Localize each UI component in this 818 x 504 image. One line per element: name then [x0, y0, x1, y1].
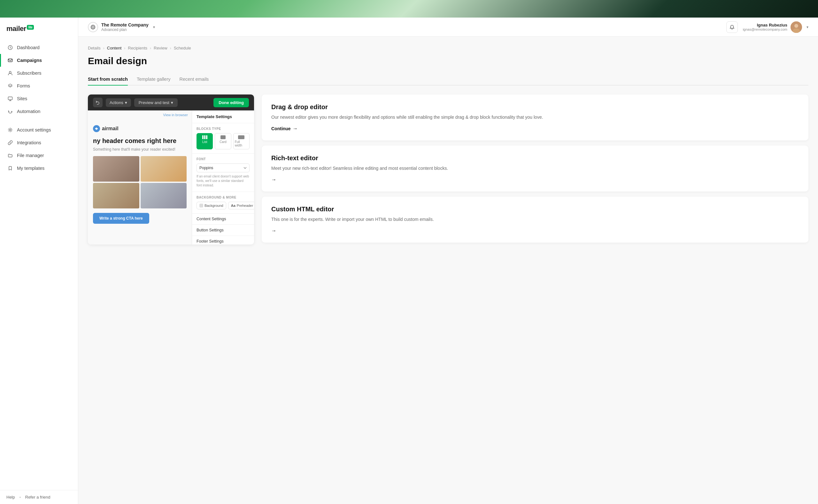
sidebar-item-automation[interactable]: Automation [0, 105, 78, 118]
full-width-block-icon [238, 135, 245, 139]
notification-button[interactable] [726, 21, 738, 33]
help-link[interactable]: Help [6, 495, 15, 500]
aa-label: Aa [231, 204, 236, 207]
clock-icon [7, 45, 13, 50]
actions-chevron-icon: ▾ [125, 100, 127, 105]
breadcrumb-recipients[interactable]: Recipients [128, 46, 147, 50]
breadcrumb-sep-3: › [150, 46, 151, 50]
refresh-icon [7, 109, 13, 114]
page-title: Email design [88, 56, 808, 66]
sidebar-item-sites[interactable]: Sites [0, 92, 78, 105]
logo[interactable]: mailerlite [0, 18, 78, 39]
user-text: Ignas Rubezius ignas@remotecompany.com [743, 23, 787, 31]
user-menu[interactable]: Ignas Rubezius ignas@remotecompany.com ▾ [743, 21, 808, 33]
sidebar-item-forms[interactable]: Forms [0, 79, 78, 92]
sidebar-item-account-settings[interactable]: Account settings [0, 124, 78, 136]
breadcrumb-schedule[interactable]: Schedule [174, 46, 191, 50]
main-grid: Actions ▾ Preview and test ▾ Done editin… [88, 94, 808, 244]
preheader-button[interactable]: Aa Preheader [228, 202, 254, 209]
font-section: FONT Poppins If an email client doesn't … [192, 154, 254, 192]
sidebar-item-file-manager[interactable]: File manager [0, 149, 78, 162]
rich-text-title: Rich-text editor [271, 154, 799, 162]
bookmark-icon [7, 165, 13, 171]
tab-start-from-scratch[interactable]: Start from scratch [88, 73, 128, 86]
block-type-card[interactable]: Card [215, 133, 231, 149]
user-email: ignas@remotecompany.com [743, 27, 787, 31]
user-icon [7, 70, 13, 76]
email-logo: airmail [93, 125, 186, 132]
separator-dot [19, 497, 21, 498]
font-select[interactable]: Poppins [196, 163, 250, 172]
sidebar-item-my-templates[interactable]: My templates [0, 162, 78, 175]
custom-html-arrow-link[interactable]: → [271, 228, 799, 234]
card-block-icon [221, 135, 226, 139]
company-selector[interactable]: The Remote Company Advanced plan ▾ [88, 22, 155, 32]
rich-text-arrow-link[interactable]: → [271, 177, 799, 183]
breadcrumb-review[interactable]: Review [154, 46, 167, 50]
email-image-3 [93, 183, 139, 208]
settings-panel-title: Template Settings [192, 110, 254, 123]
sidebar-bottom: Help Refer a friend [0, 490, 78, 504]
view-in-browser-link[interactable]: View in browser [88, 110, 192, 119]
refer-friend-link[interactable]: Refer a friend [25, 495, 50, 500]
drag-drop-desc: Our newest editor gives you more design … [271, 114, 799, 121]
block-type-list[interactable]: List [196, 133, 213, 149]
layers-icon [7, 83, 13, 89]
sidebar-item-dashboard[interactable]: Dashboard [0, 41, 78, 54]
tab-template-gallery[interactable]: Template gallery [137, 73, 170, 86]
company-text: The Remote Company Advanced plan [101, 22, 148, 32]
rich-text-arrow-icon: → [271, 177, 277, 183]
right-cards: Drag & drop editor Our newest editor giv… [262, 94, 808, 244]
email-cta-button[interactable]: Write a strong CTA here [93, 213, 149, 224]
tabs: Start from scratch Template gallery Rece… [88, 73, 808, 86]
button-settings-item[interactable]: Button Settings [192, 225, 254, 236]
svg-point-8 [794, 24, 798, 28]
block-type-full-width[interactable]: Full width [233, 133, 250, 149]
tab-recent-emails[interactable]: Recent emails [179, 73, 209, 86]
mail-icon [7, 57, 13, 63]
breadcrumb-details[interactable]: Details [88, 46, 101, 50]
main-area: The Remote Company Advanced plan ▾ Ignas… [78, 18, 818, 504]
bg-section-label: BACKGROUND & MORE [196, 196, 250, 199]
font-section-label: FONT [196, 157, 250, 161]
user-chevron-icon: ▾ [807, 25, 808, 29]
email-content: View in browser airmail ny header comes … [88, 110, 192, 244]
actions-button[interactable]: Actions ▾ [106, 98, 131, 107]
rich-text-desc: Meet your new rich-text editor! Seamless… [271, 165, 799, 172]
sidebar-item-integrations[interactable]: Integrations [0, 136, 78, 149]
footer-settings-item[interactable]: Footer Settings [192, 236, 254, 244]
email-body: airmail ny header comes right here Somet… [88, 119, 192, 229]
custom-html-desc: This one is for the experts. Write or im… [271, 216, 799, 223]
svg-rect-3 [8, 97, 12, 100]
sidebar-item-campaigns[interactable]: Campaigns [0, 54, 78, 67]
chevron-down-icon: ▾ [153, 25, 155, 29]
sidebar-item-label: File manager [17, 153, 44, 158]
custom-html-title: Custom HTML editor [271, 206, 799, 213]
sidebar-item-subscribers[interactable]: Subscribers [0, 67, 78, 79]
background-button[interactable]: Background [196, 202, 226, 209]
drag-drop-continue-link[interactable]: Continue → [271, 126, 799, 132]
done-editing-button[interactable]: Done editing [214, 98, 249, 107]
undo-button[interactable] [93, 98, 102, 107]
email-image-2 [140, 156, 187, 182]
preview-test-button[interactable]: Preview and test ▾ [134, 98, 178, 107]
email-headline: ny header comes right here [93, 137, 186, 145]
logo-text: mailerlite [6, 25, 34, 33]
sidebar-item-label: Dashboard [17, 45, 40, 50]
drag-drop-editor-card: Drag & drop editor Our newest editor giv… [262, 94, 808, 140]
breadcrumb: Details › Content › Recipients › Review … [88, 46, 808, 50]
company-plan: Advanced plan [101, 27, 148, 32]
bg-buttons: Background Aa Preheader [196, 202, 250, 209]
custom-html-arrow-icon: → [271, 228, 277, 234]
email-preview-card: Actions ▾ Preview and test ▾ Done editin… [88, 94, 254, 244]
svg-point-2 [9, 71, 11, 73]
list-block-icon [202, 135, 208, 139]
sidebar: mailerlite Dashboard Campaigns [0, 18, 78, 504]
blocks-type-label: BLOCKS TYPE [196, 127, 250, 131]
content-settings-item[interactable]: Content Settings [192, 214, 254, 225]
email-image-1 [93, 156, 139, 182]
custom-html-editor-card: Custom HTML editor This one is for the e… [262, 197, 808, 243]
continue-arrow-icon: → [293, 126, 298, 132]
breadcrumb-content[interactable]: Content [107, 46, 122, 50]
globe-icon [88, 22, 98, 32]
